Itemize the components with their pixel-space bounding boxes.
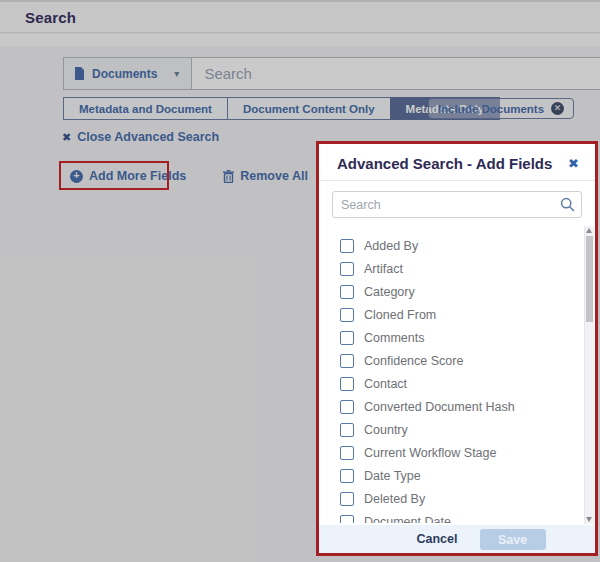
field-label: Country — [364, 423, 408, 437]
field-checkbox[interactable] — [340, 400, 354, 414]
field-list-item[interactable]: Category — [319, 280, 595, 303]
field-checkbox[interactable] — [340, 423, 354, 437]
field-search-wrap — [332, 191, 582, 218]
field-checkbox[interactable] — [340, 492, 354, 506]
field-checkbox[interactable] — [340, 331, 354, 345]
modal-scrollbar[interactable] — [584, 226, 594, 524]
field-list-item[interactable]: Comments — [319, 326, 595, 349]
field-label: Date Type — [364, 469, 421, 483]
field-checkbox[interactable] — [340, 354, 354, 368]
cancel-button[interactable]: Cancel — [417, 532, 458, 546]
search-page: Search Documents ▾ Metadata and Document… — [0, 0, 600, 562]
field-label: Converted Document Hash — [364, 400, 515, 414]
field-label: Contact — [364, 377, 407, 391]
field-list-item[interactable]: Confidence Score — [319, 349, 595, 372]
field-checkbox[interactable] — [340, 446, 354, 460]
field-list-item[interactable]: Artifact — [319, 257, 595, 280]
field-checkbox[interactable] — [340, 377, 354, 391]
field-label: Comments — [364, 331, 424, 345]
field-list-item[interactable]: Current Workflow Stage — [319, 441, 595, 464]
field-list-item[interactable]: Country — [319, 418, 595, 441]
field-list-item[interactable]: Contact — [319, 372, 595, 395]
modal-title: Advanced Search - Add Fields — [337, 155, 552, 172]
scroll-down-icon[interactable] — [586, 517, 592, 522]
modal-header: Advanced Search - Add Fields ✖ — [319, 144, 595, 181]
field-checkbox[interactable] — [340, 285, 354, 299]
field-label: Deleted By — [364, 492, 425, 506]
field-label: Current Workflow Stage — [364, 446, 496, 460]
field-label: Cloned From — [364, 308, 436, 322]
search-icon — [560, 197, 575, 216]
advanced-search-add-fields-modal: Advanced Search - Add Fields ✖ Added By … — [316, 141, 598, 556]
field-list: Added By Artifact Category Cloned From C… — [319, 218, 595, 523]
field-list-item[interactable]: Document Date — [319, 510, 595, 523]
save-button[interactable]: Save — [480, 529, 546, 550]
scroll-up-icon[interactable] — [586, 228, 592, 233]
scrollbar-thumb[interactable] — [586, 236, 593, 322]
field-list-item[interactable]: Converted Document Hash — [319, 395, 595, 418]
modal-close-icon[interactable]: ✖ — [564, 155, 583, 172]
field-list-item[interactable]: Added By — [319, 234, 595, 257]
field-label: Confidence Score — [364, 354, 463, 368]
field-checkbox[interactable] — [340, 515, 354, 524]
field-checkbox[interactable] — [340, 239, 354, 253]
field-label: Artifact — [364, 262, 403, 276]
field-checkbox[interactable] — [340, 469, 354, 483]
modal-footer: Cancel Save — [319, 525, 595, 553]
field-search-input[interactable] — [332, 191, 582, 218]
field-label: Added By — [364, 239, 418, 253]
field-list-item[interactable]: Cloned From — [319, 303, 595, 326]
field-list-item[interactable]: Deleted By — [319, 487, 595, 510]
field-label: Category — [364, 285, 415, 299]
field-checkbox[interactable] — [340, 308, 354, 322]
field-label: Document Date — [364, 515, 451, 524]
field-checkbox[interactable] — [340, 262, 354, 276]
field-list-item[interactable]: Date Type — [319, 464, 595, 487]
